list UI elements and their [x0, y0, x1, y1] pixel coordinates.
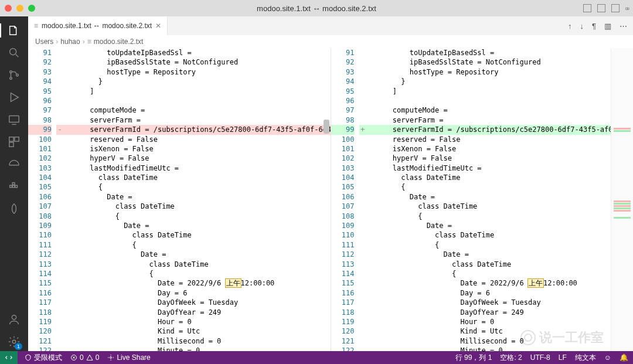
- accounts-icon[interactable]: [5, 310, 23, 329]
- next-diff-icon[interactable]: ↓: [580, 22, 584, 30]
- breadcrumb-seg[interactable]: Users: [35, 38, 53, 46]
- more-actions-icon[interactable]: ⋯: [620, 22, 627, 30]
- problems-button[interactable]: 0 0: [70, 353, 99, 362]
- line-numbers-left: 9192939495969798991001011021031041051061…: [28, 48, 56, 351]
- titlebar-layout-controls: ▫▫: [583, 4, 628, 13]
- settings-badge: 1: [15, 343, 22, 350]
- layout-panel-icon[interactable]: [597, 4, 605, 12]
- toggle-inline-icon[interactable]: ▥: [604, 22, 611, 30]
- svg-point-2: [10, 77, 12, 80]
- diff-editor: 9192939495969798991001011021031041051061…: [28, 48, 633, 351]
- activity-bar: 1: [0, 16, 28, 351]
- svg-rect-9: [12, 185, 15, 188]
- svg-point-0: [10, 49, 16, 55]
- svg-rect-10: [15, 185, 18, 188]
- svg-point-15: [110, 357, 112, 359]
- layout-sidebar-right-icon[interactable]: [611, 4, 620, 12]
- window-controls: [5, 5, 35, 12]
- svg-rect-8: [10, 185, 12, 188]
- encoding[interactable]: UTF-8: [530, 353, 550, 362]
- code-right[interactable]: toUpdateIpBasedSsl = ipBasedSslState = N…: [366, 48, 611, 351]
- breadcrumb[interactable]: Users › huhao › ≡ modoo.site.2.txt: [28, 35, 633, 48]
- run-debug-icon[interactable]: [5, 88, 23, 107]
- file-icon: ≡: [87, 38, 91, 46]
- breadcrumb-seg[interactable]: modoo.site.2.txt: [94, 38, 144, 46]
- search-icon[interactable]: [5, 43, 23, 62]
- status-bar: 受限模式 0 0 Live Share 行 99，列 1 空格: 2 UTF-8…: [0, 351, 633, 364]
- layout-customize-icon[interactable]: ▫▫: [625, 4, 628, 13]
- titlebar: modoo.site.1.txt ↔ modoo.site.2.txt ▫▫: [0, 0, 633, 16]
- extensions-icon[interactable]: [5, 132, 23, 151]
- diff-left-pane[interactable]: 9192939495969798991001011021031041051061…: [28, 48, 331, 351]
- indentation[interactable]: 空格: 2: [500, 353, 522, 363]
- svg-rect-4: [9, 116, 19, 123]
- unknown-ext-icon[interactable]: [5, 199, 23, 218]
- line-numbers-right: 9192939495969798991001011021031041051061…: [331, 48, 359, 351]
- tab-label: modoo.site.1.txt ↔ modoo.site.2.txt: [42, 22, 152, 30]
- svg-rect-6: [15, 137, 19, 141]
- svg-point-13: [12, 340, 16, 343]
- svg-rect-11: [12, 183, 15, 185]
- eol[interactable]: LF: [559, 353, 567, 362]
- svg-point-1: [10, 71, 12, 73]
- file-icon: ≡: [34, 22, 38, 30]
- diff-marker-left: -: [56, 48, 63, 351]
- prev-diff-icon[interactable]: ↑: [568, 22, 572, 30]
- chevron-right-icon: ›: [83, 38, 85, 46]
- tab-diff[interactable]: ≡ modoo.site.1.txt ↔ modoo.site.2.txt ✕: [28, 16, 168, 35]
- explorer-icon[interactable]: [5, 21, 23, 40]
- live-share-button[interactable]: Live Share: [107, 353, 150, 362]
- minimize-window-button[interactable]: [16, 5, 23, 12]
- azure-icon[interactable]: [5, 155, 23, 174]
- notifications-icon[interactable]: 🔔: [620, 353, 628, 362]
- svg-rect-5: [9, 137, 13, 141]
- minimap-overview[interactable]: [611, 48, 633, 351]
- layout-sidebar-left-icon[interactable]: [583, 4, 591, 12]
- settings-gear-icon[interactable]: 1: [5, 332, 23, 351]
- restricted-mode-button[interactable]: 受限模式: [25, 353, 62, 363]
- close-tab-icon[interactable]: ✕: [155, 22, 161, 30]
- diff-marker-right: +: [359, 48, 366, 351]
- remote-indicator[interactable]: [0, 351, 18, 364]
- cursor-position[interactable]: 行 99，列 1: [455, 353, 492, 363]
- zoom-window-button[interactable]: [28, 5, 35, 12]
- tab-bar: ≡ modoo.site.1.txt ↔ modoo.site.2.txt ✕ …: [28, 16, 633, 35]
- diff-right-pane[interactable]: 9192939495969798991001011021031041051061…: [331, 48, 634, 351]
- svg-point-3: [16, 74, 19, 76]
- chevron-right-icon: ›: [56, 38, 58, 46]
- scrollbar-left[interactable]: [322, 48, 331, 351]
- breadcrumb-seg[interactable]: huhao: [60, 38, 80, 46]
- feedback-icon[interactable]: ☺: [604, 353, 611, 362]
- toggle-whitespace-icon[interactable]: ¶: [592, 22, 596, 30]
- svg-point-12: [12, 315, 16, 319]
- code-left[interactable]: toUpdateIpBasedSsl = ipBasedSslState = N…: [63, 48, 331, 351]
- remote-explorer-icon[interactable]: [5, 110, 23, 129]
- docker-icon[interactable]: [5, 177, 23, 196]
- language-mode[interactable]: 纯文本: [575, 353, 596, 363]
- close-window-button[interactable]: [5, 5, 12, 12]
- window-title: modoo.site.1.txt ↔ modoo.site.2.txt: [0, 4, 633, 13]
- source-control-icon[interactable]: [5, 66, 23, 84]
- svg-rect-7: [9, 142, 13, 147]
